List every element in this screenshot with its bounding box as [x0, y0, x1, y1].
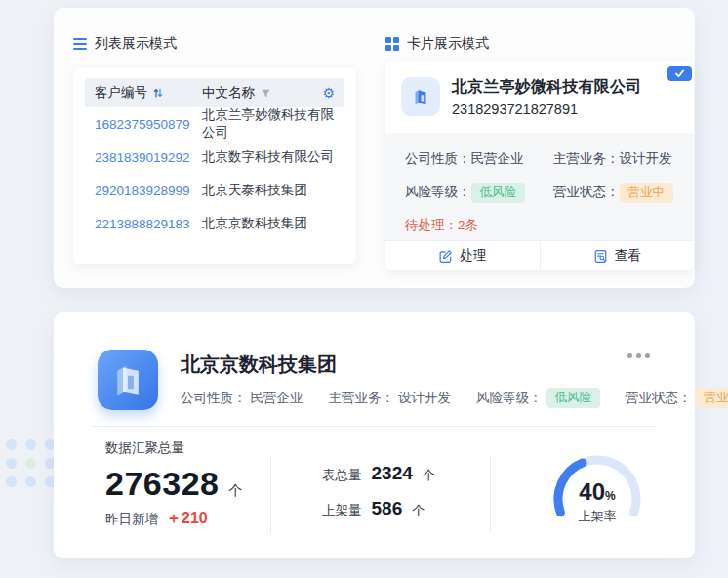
edit-icon: [438, 249, 453, 264]
company-logo-large: [98, 350, 158, 410]
customer-name: 北京数字科技有限公司: [202, 148, 335, 166]
check-icon: [674, 69, 685, 78]
company-card[interactable]: 北京兰亭妙微科技有限公司 2318293721827891 公司性质： 民营企业…: [385, 61, 694, 270]
stat-label: 数据汇聚总量: [105, 439, 242, 457]
table-total-stat: 表总量 2324 个: [322, 463, 435, 484]
gauge-unit: %: [605, 489, 616, 503]
divider: [93, 426, 656, 427]
field-label: 公司性质：: [405, 150, 471, 168]
field-main-business: 主营业务： 设计开发: [553, 150, 672, 168]
divider: [490, 457, 491, 533]
customer-table: 客户编号 中文名称 ⚙ 1682375950879 北京兰亭妙微科技有限公司 2…: [73, 68, 356, 264]
table-total-value: 2324: [372, 463, 413, 484]
column-chinese-name: 中文名称: [202, 84, 322, 102]
divider: [270, 457, 271, 533]
status-badge: 营业中: [696, 388, 728, 408]
yesterday-delta: ＋210: [166, 509, 208, 529]
field-value: 设计开发: [398, 390, 451, 407]
field-label: 风险等级：: [405, 184, 471, 201]
grid-icon: [385, 37, 399, 51]
shelf-total-unit: 个: [412, 502, 425, 519]
shelf-total-stat: 上架量 586 个: [322, 498, 435, 519]
field-label: 公司性质：: [181, 390, 247, 407]
table-row[interactable]: 1682375950879 北京兰亭妙微科技有限公司: [85, 107, 344, 141]
funnel-icon[interactable]: [261, 88, 271, 99]
customer-name: 北京兰亭妙微科技有限公司: [202, 106, 335, 142]
field-value: 设计开发: [620, 150, 672, 168]
ellipsis-icon: [627, 353, 632, 358]
field-label: 风险等级：: [476, 390, 543, 407]
company-logo: [401, 77, 440, 116]
company-name: 北京兰亭妙微科技有限公司: [452, 77, 641, 98]
status-badge: 营业中: [620, 183, 674, 203]
company-detail-card: 北京京数科技集团 公司性质：民营企业 主营业务：设计开发 风险等级： 低风险 营…: [54, 312, 695, 558]
book-icon: [108, 360, 147, 399]
decorative-dots: [6, 439, 56, 487]
card-selected-checkbox[interactable]: [667, 66, 692, 81]
customer-id-link[interactable]: 2381839019292: [95, 150, 202, 165]
company-card-footer: 处理 查看: [385, 240, 694, 270]
shelf-rate-gauge: 40% 上架率: [544, 449, 651, 539]
table-stats: 表总量 2324 个 上架量 586 个: [322, 463, 435, 533]
more-actions-button[interactable]: [624, 350, 654, 362]
stat-label: 上架量: [322, 502, 362, 519]
dot: [25, 458, 36, 469]
shelf-total-value: 586: [372, 498, 403, 519]
table-row[interactable]: 2213888829183 北京京数科技集团: [85, 207, 344, 240]
stat-label: 表总量: [322, 467, 362, 484]
table-row[interactable]: 2381839019292 北京数字科技有限公司: [85, 141, 344, 174]
process-button-label: 处理: [460, 247, 486, 265]
field-label: 营业状态：: [553, 184, 620, 201]
gauge-label: 上架率: [544, 508, 651, 525]
customer-id-link[interactable]: 1682375950879: [95, 117, 202, 132]
display-modes-container: 列表展示模式 客户编号 中文名称 ⚙ 1682375950879 北京兰亭妙微科…: [54, 8, 695, 288]
risk-badge: 低风险: [471, 183, 526, 203]
process-button[interactable]: 处理: [385, 241, 540, 270]
customer-name: 北京天泰科技集团: [202, 182, 335, 199]
list-mode-title: 列表展示模式: [73, 35, 177, 53]
pending-count: 待处理：2条: [405, 217, 478, 234]
gear-icon[interactable]: ⚙: [322, 86, 335, 100]
table-row[interactable]: 2920183928999 北京天泰科技集团: [85, 174, 344, 207]
field-label: 营业状态：: [626, 390, 692, 407]
card-mode-label: 卡片展示模式: [407, 35, 489, 53]
data-aggregation-stat: 数据汇聚总量 276328 个 昨日新增 ＋210: [105, 439, 242, 529]
field-company-nature: 公司性质： 民营企业: [405, 150, 553, 168]
yesterday-label: 昨日新增: [105, 511, 158, 528]
field-company-nature: 公司性质：民营企业: [181, 390, 303, 407]
card-mode-title: 卡片展示模式: [385, 35, 489, 53]
book-icon: [410, 86, 431, 107]
field-label: 主营业务：: [553, 150, 620, 168]
view-button[interactable]: 查看: [540, 241, 695, 270]
view-button-label: 查看: [615, 247, 641, 265]
ellipsis-icon: [645, 353, 650, 358]
customer-name: 北京京数科技集团: [202, 215, 335, 232]
gauge-text: 40% 上架率: [544, 478, 651, 525]
field-value: 民营企业: [471, 150, 524, 168]
company-card-header: 北京兰亭妙微科技有限公司 2318293721827891: [385, 61, 694, 133]
field-business-status: 营业状态： 营业中: [626, 388, 728, 408]
sort-arrows-icon[interactable]: [152, 87, 164, 99]
column-chinese-name-label: 中文名称: [202, 84, 255, 102]
field-business-status: 营业状态： 营业中: [553, 183, 673, 203]
column-customer-id-label: 客户编号: [95, 84, 147, 102]
document-search-icon: [593, 249, 608, 264]
dot: [25, 439, 36, 450]
field-risk-level: 风险等级： 低风险: [476, 388, 600, 408]
list-mode-label: 列表展示模式: [95, 35, 177, 53]
table-header: 客户编号 中文名称 ⚙: [85, 78, 344, 107]
field-label: 主营业务：: [329, 390, 395, 407]
field-risk-level: 风险等级： 低风险: [405, 183, 553, 203]
pending-label: 待处理：: [405, 218, 458, 232]
customer-id-link[interactable]: 2213888829183: [95, 217, 202, 231]
company-code: 2318293721827891: [452, 102, 641, 117]
gauge-value: 40: [579, 478, 605, 505]
customer-id-link[interactable]: 2920183928999: [95, 184, 202, 198]
detail-company-name: 北京京数科技集团: [181, 351, 337, 378]
field-value: 民营企业: [251, 390, 303, 407]
ellipsis-icon: [636, 353, 641, 358]
hamburger-icon: [73, 38, 87, 50]
column-customer-id: 客户编号: [95, 84, 202, 102]
dot: [6, 476, 17, 487]
company-card-body: 公司性质： 民营企业 主营业务： 设计开发 风险等级： 低风险 营业状态： 营业…: [385, 133, 694, 240]
